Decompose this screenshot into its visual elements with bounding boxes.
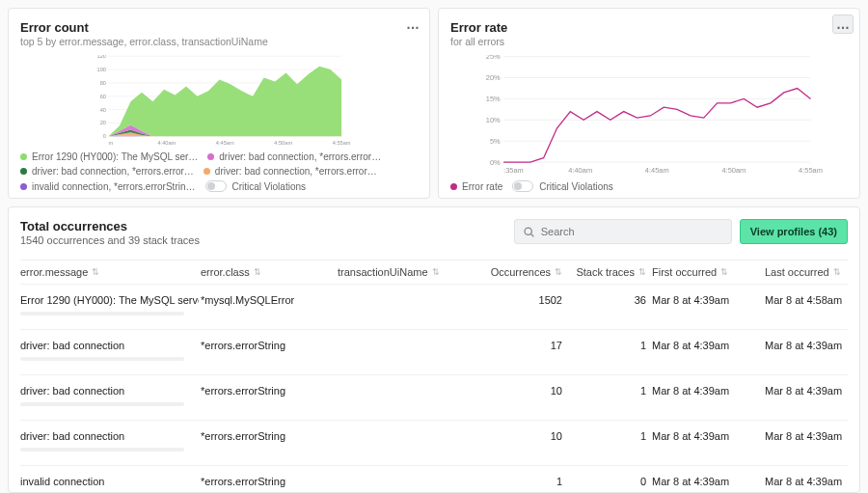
cell-first: Mar 8 at 4:39am: [652, 430, 763, 442]
cell-first: Mar 8 at 4:39am: [652, 294, 763, 306]
svg-text:60: 60: [100, 94, 106, 99]
cell-occurrences: 10: [484, 430, 566, 442]
sort-icon: ⇅: [720, 268, 728, 277]
svg-point-36: [525, 228, 531, 234]
svg-text:80: 80: [100, 80, 106, 86]
critical-violations-toggle[interactable]: Critical Violations: [512, 180, 613, 192]
chart-title: Error rate: [450, 20, 848, 35]
more-icon[interactable]: …: [832, 14, 854, 34]
svg-text:15%: 15%: [486, 95, 501, 103]
critical-violations-toggle[interactable]: Critical Violations: [205, 180, 307, 192]
chart-subtitle: for all errors: [450, 36, 848, 47]
sort-icon: ⇅: [555, 268, 562, 277]
occurrence-bar: [20, 357, 184, 361]
legend-item[interactable]: driver: bad connection, *errors.error…: [20, 166, 194, 177]
cell-occurrences: 10: [484, 385, 566, 397]
svg-text:20: 20: [100, 120, 106, 125]
view-profiles-button[interactable]: View profiles (43): [740, 219, 848, 244]
legend-item[interactable]: Error rate: [450, 181, 502, 192]
sort-icon: ⇅: [92, 268, 99, 277]
sort-icon: ⇅: [254, 268, 261, 277]
search-input[interactable]: [514, 219, 732, 244]
critical-violations-label: Critical Violations: [539, 181, 613, 192]
legend-swatch: [20, 153, 27, 160]
search-field[interactable]: [541, 226, 723, 237]
cell-last: Mar 8 at 4:58am: [765, 294, 860, 306]
cell-last: Mar 8 at 4:39am: [765, 385, 860, 397]
legend-swatch: [20, 183, 27, 190]
occurrences-grid: error.message⇅ error.class⇅ transactionU…: [20, 260, 848, 493]
chart-subtitle: top 5 by error.message, error.class, tra…: [20, 36, 418, 47]
section-subtitle: 1540 occurrences and 39 stack traces: [20, 234, 200, 246]
error-message-text: driver: bad connection: [20, 340, 199, 351]
svg-text:4:40am: 4:40am: [157, 140, 176, 146]
legend-label: driver: bad connection, *errors.error…: [215, 166, 377, 177]
error-rate-chart[interactable]: 0%5%10%15%20%25%:35am4:40am4:45am4:50am4…: [450, 55, 848, 175]
svg-text:10%: 10%: [486, 116, 501, 124]
legend-swatch: [203, 168, 210, 175]
sort-icon: ⇅: [432, 268, 440, 277]
col-first[interactable]: First occurred⇅: [652, 266, 763, 278]
cell-occurrences: 17: [484, 340, 566, 351]
cell-message: invalid connection: [20, 476, 199, 493]
svg-text:4:55am: 4:55am: [799, 166, 823, 175]
table-row[interactable]: driver: bad connection *errors.errorStri…: [20, 420, 848, 465]
svg-text:m: m: [108, 140, 113, 146]
sort-icon: ⇅: [833, 268, 841, 277]
occurrences-panel: Total occurrences 1540 occurrences and 3…: [8, 206, 860, 493]
more-icon[interactable]: …: [402, 14, 423, 34]
table-row[interactable]: driver: bad connection *errors.errorStri…: [20, 374, 848, 420]
svg-text:25%: 25%: [486, 55, 501, 61]
svg-text:4:50am: 4:50am: [274, 140, 292, 146]
col-last[interactable]: Last occurred⇅: [765, 266, 860, 278]
svg-text:4:55am: 4:55am: [333, 140, 351, 146]
critical-violations-label: Critical Violations: [232, 181, 307, 192]
legend-label: driver: bad connection, *errors.error…: [219, 151, 381, 162]
cell-first: Mar 8 at 4:39am: [652, 476, 763, 487]
legend-label: invalid connection, *errors.errorStrin…: [32, 181, 196, 192]
cell-class: *errors.errorString: [201, 476, 336, 487]
legend-item[interactable]: Error 1290 (HY000): The MySQL ser…: [20, 151, 198, 162]
col-stack[interactable]: Stack traces⇅: [568, 266, 650, 278]
occurrence-bar: [20, 312, 184, 315]
svg-text:5%: 5%: [490, 137, 501, 146]
legend-swatch: [450, 183, 457, 190]
cell-message: Error 1290 (HY000): The MySQL server: [20, 294, 199, 315]
cell-message: driver: bad connection: [20, 430, 199, 452]
col-occurrences[interactable]: Occurrences⇅: [484, 266, 566, 278]
col-message[interactable]: error.message⇅: [20, 266, 199, 278]
table-row[interactable]: driver: bad connection *errors.errorStri…: [20, 329, 848, 374]
legend-label: Error 1290 (HY000): The MySQL ser…: [32, 151, 198, 162]
error-message-text: driver: bad connection: [20, 385, 199, 397]
legend-item[interactable]: driver: bad connection, *errors.error…: [203, 166, 377, 177]
svg-text:4:45am: 4:45am: [645, 166, 669, 175]
cell-class: *mysql.MySQLError: [201, 294, 336, 306]
cell-last: Mar 8 at 4:39am: [765, 430, 860, 442]
legend-item[interactable]: invalid connection, *errors.errorStrin…: [20, 181, 196, 192]
legend: Error rateCritical Violations: [450, 180, 848, 192]
cell-class: *errors.errorString: [201, 340, 336, 351]
svg-line-37: [530, 233, 533, 236]
cell-stack: 1: [568, 340, 650, 351]
col-class[interactable]: error.class⇅: [201, 266, 336, 278]
col-txn[interactable]: transactionUiName⇅: [338, 266, 482, 278]
cell-last: Mar 8 at 4:39am: [765, 340, 860, 351]
table-row[interactable]: Error 1290 (HY000): The MySQL server *my…: [20, 284, 848, 329]
svg-text:20%: 20%: [486, 73, 501, 82]
cell-stack: 0: [568, 476, 650, 487]
occurrence-bar: [20, 448, 184, 452]
toggle-pill: [512, 180, 533, 192]
cell-message: driver: bad connection: [20, 385, 199, 406]
legend: Error 1290 (HY000): The MySQL ser…driver…: [20, 151, 418, 192]
search-icon: [523, 226, 535, 238]
cell-first: Mar 8 at 4:39am: [652, 340, 763, 351]
table-row[interactable]: invalid connection *errors.errorString 1…: [20, 465, 848, 493]
cell-message: driver: bad connection: [20, 340, 199, 361]
sort-icon: ⇅: [638, 268, 646, 277]
legend-label: driver: bad connection, *errors.error…: [32, 166, 194, 177]
error-count-chart[interactable]: 020406080100120m4:40am4:45am4:50am4:55am: [20, 55, 418, 146]
cell-stack: 1: [568, 430, 650, 442]
legend-item[interactable]: driver: bad connection, *errors.error…: [207, 151, 381, 162]
cell-last: Mar 8 at 4:39am: [765, 476, 860, 487]
cell-stack: 36: [568, 294, 650, 306]
